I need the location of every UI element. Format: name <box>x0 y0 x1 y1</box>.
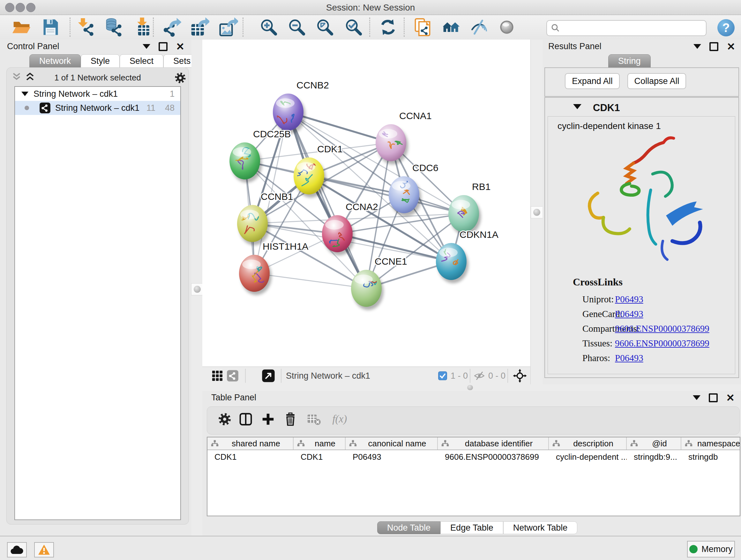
save-session-icon[interactable] <box>41 17 60 37</box>
function-builder-icon: f(x) <box>330 412 347 428</box>
column-header-name[interactable]: name <box>293 437 346 449</box>
column-header-namespace[interactable]: namespace <box>681 437 740 449</box>
column-header-description[interactable]: description <box>549 437 627 449</box>
crosslink-link[interactable]: 9606.ENSP00000378699 <box>615 338 710 349</box>
bottom-splitter-handle[interactable] <box>467 385 473 390</box>
network-canvas[interactable]: CCNB2CCNA1CDC25BCDK1CDC6RB1CCNB1CCNA2CDK… <box>202 40 531 367</box>
zoom-in-icon[interactable] <box>259 17 278 37</box>
export-network-icon[interactable] <box>162 17 181 37</box>
network-type-icon[interactable] <box>226 370 239 383</box>
tab-node-table[interactable]: Node Table <box>377 521 441 534</box>
add-column-icon[interactable] <box>261 412 277 428</box>
search-icon <box>551 23 560 33</box>
column-header--id[interactable]: @id <box>627 437 681 449</box>
panel-float-icon[interactable] <box>710 42 718 51</box>
network-node-HIST1H1A[interactable] <box>239 255 272 295</box>
column-header-shared-name[interactable]: shared name <box>207 437 293 449</box>
network-node-CCNA1[interactable] <box>376 124 408 165</box>
search-field[interactable] <box>546 20 706 36</box>
panel-close-icon[interactable]: ✕ <box>726 395 735 401</box>
string-protein-query-icon[interactable] <box>413 17 432 37</box>
table-cell[interactable]: P06493 <box>346 450 438 463</box>
panel-minimize-icon[interactable] <box>693 395 700 400</box>
network-options-gear-icon[interactable] <box>174 71 187 85</box>
crosslink-link[interactable]: P06493 <box>615 353 643 363</box>
memory-button[interactable]: Memory <box>687 541 735 557</box>
network-node-CCNA2[interactable] <box>322 215 354 255</box>
expand-all-button[interactable]: Expand All <box>565 73 620 89</box>
tab-network-table[interactable]: Network Table <box>503 521 578 534</box>
table-cell[interactable]: CDK1 <box>207 450 293 463</box>
selected-checkbox-icon[interactable] <box>438 371 448 382</box>
panel-float-icon[interactable] <box>158 42 167 51</box>
table-cell[interactable]: stringdb:9... <box>627 450 681 463</box>
panel-close-icon[interactable]: ✕ <box>727 44 735 50</box>
network-label: String Network – cdk1 <box>55 103 139 113</box>
crosslink-row: Uniprot:P06493 <box>583 294 729 305</box>
refresh-layout-icon[interactable] <box>379 17 398 37</box>
tab-edge-table[interactable]: Edge Table <box>441 521 503 534</box>
zoom-out-icon[interactable] <box>287 17 307 37</box>
collection-disclosure-icon[interactable] <box>21 91 28 96</box>
left-splitter-handle[interactable] <box>191 283 203 295</box>
panel-float-icon[interactable] <box>709 393 718 402</box>
panel-minimize-icon[interactable] <box>143 44 150 49</box>
column-header-database-identifier[interactable]: database identifier <box>438 437 549 449</box>
table-cell[interactable]: cyclin-dependent ... <box>549 450 627 463</box>
network-node-CCNE1[interactable] <box>351 270 384 310</box>
cloud-status-button[interactable] <box>7 542 27 557</box>
node-label-CDC25B: CDC25B <box>253 129 291 139</box>
crosslink-row: GeneCard:P06493 <box>583 309 729 319</box>
crosslink-link[interactable]: P06493 <box>615 309 643 319</box>
table-toolbar: f(x) <box>207 407 740 435</box>
table-cell[interactable]: stringdb <box>681 450 740 463</box>
grid-mode-icon[interactable] <box>211 370 223 383</box>
collapse-all-button[interactable]: Collapse All <box>627 73 686 89</box>
zoom-selected-icon[interactable] <box>344 17 363 37</box>
network-edge[interactable] <box>288 112 366 288</box>
crosslink-link[interactable]: 9606.ENSP00000378699 <box>615 323 710 334</box>
help-button[interactable]: ? <box>718 19 735 37</box>
node-label-CCNB2: CCNB2 <box>296 80 329 90</box>
detach-view-icon[interactable] <box>262 369 275 384</box>
hidden-counts: 0 - 0 <box>488 371 506 381</box>
panel-minimize-icon[interactable] <box>693 44 701 49</box>
table-cell[interactable]: 9606.ENSP00000378699 <box>438 450 549 463</box>
open-session-icon[interactable] <box>12 17 31 37</box>
search-input[interactable] <box>560 21 706 35</box>
network-collection-row[interactable]: String Network – cdk1 1 <box>15 87 180 101</box>
warnings-button[interactable] <box>34 542 54 557</box>
table-cell[interactable]: CDK1 <box>293 450 346 463</box>
export-image-icon[interactable] <box>219 17 238 37</box>
network-node-CDK1[interactable] <box>293 158 326 198</box>
network-node-CDKN1A[interactable] <box>436 243 468 283</box>
crosslink-link[interactable]: P06493 <box>615 294 643 305</box>
table-row[interactable]: CDK1CDK1P064939606.ENSP00000378699cyclin… <box>207 450 740 463</box>
network-node-CDC25B[interactable] <box>229 142 262 183</box>
import-network-database-icon[interactable] <box>105 17 124 37</box>
network-node-CDC6[interactable] <box>389 176 421 216</box>
delete-column-icon[interactable] <box>283 412 300 428</box>
fit-selected-crosshair-icon[interactable] <box>513 368 527 384</box>
columns-icon[interactable] <box>239 412 255 428</box>
gear-icon[interactable] <box>217 412 234 428</box>
tab-network[interactable]: Network <box>29 54 81 68</box>
network-row[interactable]: String Network – cdk1 11 48 <box>15 101 180 115</box>
tab-select[interactable]: Select <box>120 54 163 68</box>
birds-eye-view-icon[interactable] <box>497 17 516 37</box>
gene-disclosure-icon[interactable] <box>573 104 582 109</box>
right-splitter-handle[interactable] <box>531 206 543 219</box>
import-network-file-icon[interactable] <box>77 17 96 37</box>
column-header-canonical-name[interactable]: canonical name <box>346 437 438 449</box>
gene-description: cyclin-dependent kinase 1 <box>557 121 661 131</box>
network-node-CCNB2[interactable] <box>273 94 306 134</box>
network-node-CCNB1[interactable] <box>237 205 270 245</box>
export-table-icon[interactable] <box>190 17 209 37</box>
tab-string[interactable]: String <box>608 54 651 68</box>
tab-style[interactable]: Style <box>81 54 120 68</box>
import-table-icon[interactable] <box>133 17 152 37</box>
zoom-fit-icon[interactable] <box>315 17 334 37</box>
string-home-icon[interactable] <box>442 17 461 37</box>
show-graphics-details-icon[interactable] <box>469 17 488 37</box>
panel-close-icon[interactable]: ✕ <box>176 44 185 50</box>
